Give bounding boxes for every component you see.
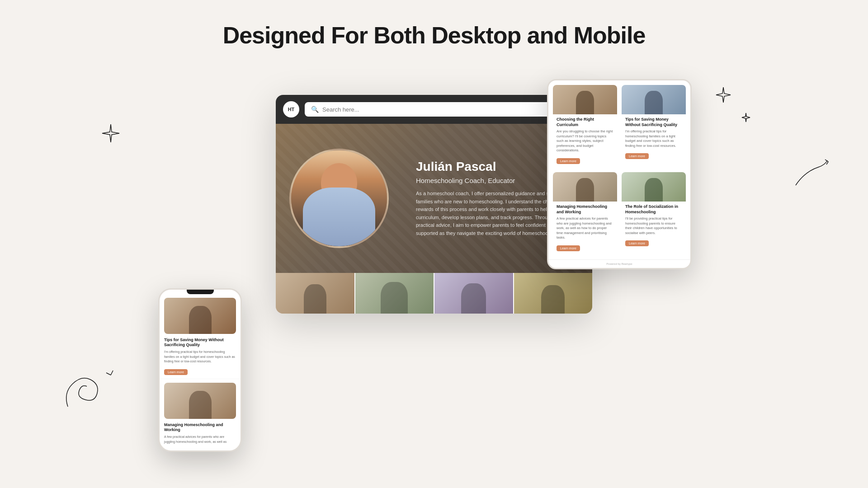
tablet-card-desc-2: I'm offering practical tips for homescho… xyxy=(625,129,682,148)
tablet-card-grid: Choosing the Right Curriculum Are you st… xyxy=(548,80,690,259)
phone-card-desc-1: I'm offering practical tips for homescho… xyxy=(164,350,236,364)
star-decoration-right-small xyxy=(741,112,751,123)
tablet-card-2: Tips for Saving Money Without Sacrificin… xyxy=(622,85,686,168)
strip-image-2 xyxy=(355,273,435,314)
arrow-decoration-right xyxy=(791,158,832,190)
phone-card-1: Tips for Saving Money Without Sacrificin… xyxy=(160,294,241,379)
tablet-card-title-4: The Role of Socialization in Homeschooli… xyxy=(625,204,682,215)
tablet-card-4: The Role of Socialization in Homeschooli… xyxy=(622,172,686,255)
learn-more-button-1[interactable]: Learn more xyxy=(557,158,580,164)
desktop-topbar: HT 🔍 xyxy=(276,95,592,124)
devices-container: HT 🔍 xyxy=(185,72,683,461)
strip-image-4 xyxy=(514,273,593,314)
phone-card-title-1: Tips for Saving Money Without Sacrificin… xyxy=(164,338,236,348)
tablet-card-desc-1: Are you struggling to choose the right c… xyxy=(557,129,613,153)
phone-card-2: Managing Homeschooling and Working A few… xyxy=(160,379,241,450)
learn-more-button-4[interactable]: Learn more xyxy=(625,240,649,246)
tablet-card-desc-4: I'll be providing practical tips for hom… xyxy=(625,216,682,235)
tablet-card-image-2 xyxy=(622,85,686,114)
tablet-card-title-2: Tips for Saving Money Without Sacrificin… xyxy=(625,117,682,127)
swirl-decoration-left xyxy=(59,366,118,416)
learn-more-button-3[interactable]: Learn more xyxy=(557,245,580,251)
tablet-card-title-3: Managing Homeschooling and Working xyxy=(557,204,613,215)
tablet-card-desc-3: A few practical advices for parents who … xyxy=(557,216,613,240)
phone-notch xyxy=(187,290,214,294)
star-decoration-right-large xyxy=(714,86,732,104)
star-decoration-left xyxy=(99,122,122,145)
tablet-card-image-3 xyxy=(553,172,617,202)
phone-card-image-1 xyxy=(164,298,236,334)
tablet-card-3: Managing Homeschooling and Working A few… xyxy=(553,172,617,255)
phone-card-desc-2: A few practical advices for parents who … xyxy=(164,435,236,444)
phone-card-title-2: Managing Homeschooling and Working xyxy=(164,422,236,433)
tablet-card-1: Choosing the Right Curriculum Are you st… xyxy=(553,85,617,168)
strip-image-1 xyxy=(276,273,355,314)
desktop-mockup: HT 🔍 xyxy=(276,95,592,314)
tablet-card-image-1 xyxy=(553,85,617,114)
hero-photo xyxy=(289,149,389,248)
learn-more-button-2[interactable]: Learn more xyxy=(625,153,649,159)
search-input[interactable] xyxy=(322,106,557,113)
tablet-card-image-4 xyxy=(622,172,686,202)
tablet-footer: Powered by Beartype xyxy=(548,259,690,268)
tablet-card-title-1: Choosing the Right Curriculum xyxy=(557,117,613,127)
page-title: Designed For Both Desktop and Mobile xyxy=(0,0,868,49)
search-icon: 🔍 xyxy=(311,106,319,113)
logo-badge: HT xyxy=(283,101,299,117)
tablet-mockup: Choosing the Right Curriculum Are you st… xyxy=(547,79,692,269)
strip-image-3 xyxy=(434,273,514,314)
desktop-hero: Julián Pascal Homeschooling Coach, Educa… xyxy=(276,124,592,273)
phone-learn-more-button-1[interactable]: Learn more xyxy=(164,369,188,375)
tablet-footer-text: Powered by Beartype xyxy=(606,263,632,265)
bottom-image-strip xyxy=(276,273,592,314)
phone-mockup: Tips for Saving Money Without Sacrificin… xyxy=(158,288,242,452)
search-bar[interactable]: 🔍 xyxy=(305,102,563,117)
phone-card-image-2 xyxy=(164,383,236,419)
